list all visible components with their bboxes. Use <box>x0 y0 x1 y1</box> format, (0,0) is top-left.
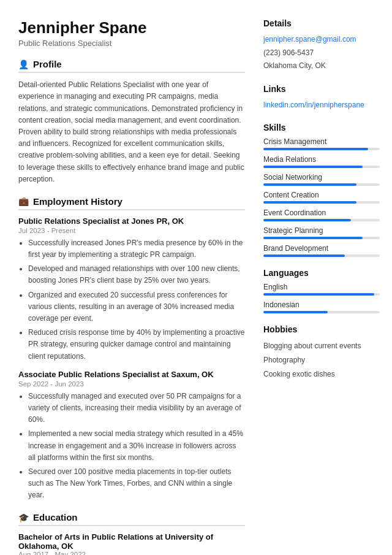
job-block-2: Associate Public Relations Specialist at… <box>18 370 245 502</box>
profile-text: Detail-oriented Public Relations Special… <box>18 79 245 185</box>
skill-bar-fill <box>263 219 351 221</box>
skill-label: Strategic Planning <box>263 226 380 235</box>
candidate-name: Jennipher Spane <box>18 18 245 37</box>
bullet: Implemented a new social media strategy … <box>28 428 245 464</box>
hobbies-section: Hobbies Blogging about current events Ph… <box>263 324 380 381</box>
skill-bar-bg <box>263 183 380 186</box>
skill-bar-bg <box>263 237 380 239</box>
job-block-1: Public Relations Specialist at Jones PR,… <box>18 216 245 362</box>
lang-bar-fill <box>263 311 328 313</box>
skill-bar-fill <box>263 255 345 257</box>
hobby-1: Blogging about current events <box>263 339 380 353</box>
languages-heading: Languages <box>263 268 380 278</box>
skill-label: Content Creation <box>263 191 380 199</box>
bullet: Organized and executed 20 successful pre… <box>28 289 245 325</box>
skill-strategic-planning: Strategic Planning <box>263 226 380 239</box>
skills-section: Skills Crisis Management Media Relations… <box>263 123 380 257</box>
job-bullets-2: Successfully managed and executed over 5… <box>18 391 245 502</box>
left-column: Jennipher Spane Public Relations Special… <box>18 18 245 555</box>
job-title-2: Associate Public Relations Specialist at… <box>18 370 245 379</box>
bullet: Developed and managed relationships with… <box>28 263 245 286</box>
details-section: Details jennipher.spane@gmail.com (223) … <box>263 18 380 73</box>
job-date-2: Sep 2022 - Jun 2023 <box>18 380 245 388</box>
education-section: 🎓 Education Bachelor of Arts in Public R… <box>18 512 245 555</box>
skill-crisis-management: Crisis Management <box>263 137 380 150</box>
links-heading: Links <box>263 84 380 94</box>
lang-label: Indonesian <box>263 300 380 309</box>
right-column: Details jennipher.spane@gmail.com (223) … <box>263 18 380 555</box>
lang-label: English <box>263 283 380 291</box>
candidate-title: Public Relations Specialist <box>18 39 245 48</box>
skill-label: Event Coordination <box>263 209 380 217</box>
lang-bar-fill <box>263 293 374 296</box>
links-section: Links linkedin.com/in/jennipherspane <box>263 84 380 112</box>
skill-label: Media Relations <box>263 155 380 164</box>
skill-label: Crisis Management <box>263 137 380 146</box>
employment-section: 💼 Employment History Public Relations Sp… <box>18 196 245 502</box>
education-heading: 🎓 Education <box>18 512 245 526</box>
bullet: Secured over 100 positive media placemen… <box>28 466 245 502</box>
skill-bar-bg <box>263 219 380 221</box>
profile-section: 👤 Profile Detail-oriented Public Relatio… <box>18 59 245 185</box>
edu-degree: Bachelor of Arts in Public Relations at … <box>18 532 245 551</box>
lang-english: English <box>263 283 380 296</box>
skill-label: Social Networking <box>263 173 380 182</box>
hobby-2: Photography <box>263 353 380 367</box>
job-date-1: Jul 2023 - Present <box>18 227 245 234</box>
details-location: Oklahoma City, OK <box>263 59 380 73</box>
skill-media-relations: Media Relations <box>263 155 380 168</box>
profile-icon: 👤 <box>18 59 29 69</box>
skill-bar-bg <box>263 166 380 168</box>
bullet: Successfully managed and executed over 5… <box>28 391 245 426</box>
skill-brand-development: Brand Development <box>263 244 380 257</box>
skill-bar-fill <box>263 237 363 239</box>
skill-event-coordination: Event Coordination <box>263 209 380 221</box>
education-icon: 🎓 <box>18 513 29 522</box>
skill-content-creation: Content Creation <box>263 191 380 204</box>
lang-indonesian: Indonesian <box>263 300 380 313</box>
lang-bar-bg <box>263 311 380 313</box>
profile-heading: 👤 Profile <box>18 59 245 73</box>
bullet: Successfully increased Jones PR's media … <box>28 237 245 261</box>
hobby-3: Cooking exotic dishes <box>263 367 380 381</box>
employment-icon: 💼 <box>18 196 29 206</box>
header: Jennipher Spane Public Relations Special… <box>18 18 245 48</box>
bullet: Reduced crisis response time by 40% by i… <box>28 327 245 362</box>
employment-heading: 💼 Employment History <box>18 196 245 210</box>
skill-label: Brand Development <box>263 244 380 253</box>
hobbies-heading: Hobbies <box>263 324 380 334</box>
edu-dates: Aug 2017 - May 2022 <box>18 551 245 555</box>
skill-bar-fill <box>263 201 356 204</box>
languages-section: Languages English Indonesian <box>263 268 380 313</box>
details-phone: (223) 906-5437 <box>263 47 380 60</box>
details-email[interactable]: jennipher.spane@gmail.com <box>263 33 380 47</box>
job-title-1: Public Relations Specialist at Jones PR,… <box>18 216 245 226</box>
linkedin-link[interactable]: linkedin.com/in/jennipherspane <box>263 99 380 112</box>
job-bullets-1: Successfully increased Jones PR's media … <box>18 237 245 362</box>
lang-bar-bg <box>263 293 380 296</box>
skill-bar-bg <box>263 201 380 204</box>
skills-heading: Skills <box>263 123 380 132</box>
skill-bar-bg <box>263 255 380 257</box>
skill-bar-bg <box>263 148 380 150</box>
skill-bar-fill <box>263 166 363 168</box>
skill-social-networking: Social Networking <box>263 173 380 186</box>
details-heading: Details <box>263 18 380 28</box>
skill-bar-fill <box>263 148 368 150</box>
skill-bar-fill <box>263 183 356 186</box>
